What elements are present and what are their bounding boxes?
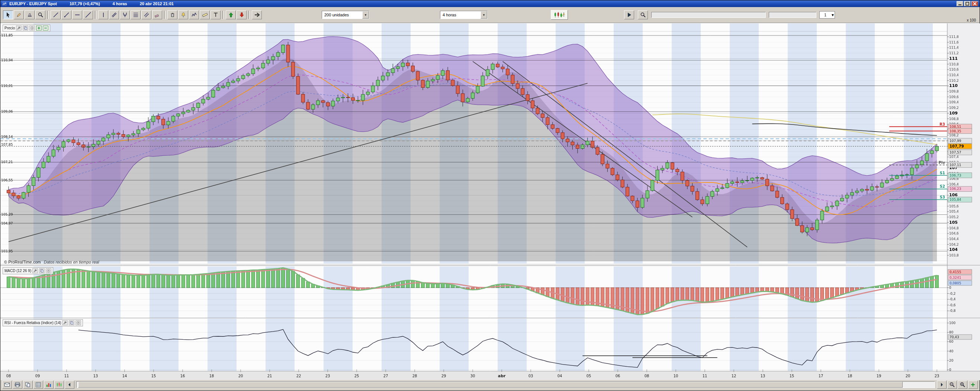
- play-icon: [626, 12, 632, 18]
- timeframe-dropdown[interactable]: 4 horas ▼: [440, 11, 488, 19]
- close-button[interactable]: [972, 1, 978, 6]
- forward-tool-button[interactable]: [252, 10, 262, 19]
- titlebar-datetime: 20 abr 2012 21:01: [140, 2, 174, 6]
- macd-duplicate-button[interactable]: [39, 269, 45, 273]
- scroll-right-button[interactable]: [937, 381, 947, 389]
- play-button[interactable]: [624, 10, 634, 19]
- chart-scrollbar[interactable]: [76, 381, 935, 388]
- arrow-down-tool-button[interactable]: [237, 10, 247, 19]
- trend-icon: [53, 12, 59, 18]
- pencil-tool-button[interactable]: [14, 10, 24, 19]
- chevron-down-icon[interactable]: ▼: [480, 11, 487, 19]
- ray-tool-button[interactable]: [61, 10, 72, 19]
- chart-style-button[interactable]: [551, 10, 568, 20]
- measure-tool-button[interactable]: [200, 10, 210, 19]
- ray-icon: [64, 12, 70, 18]
- pattern-icon: [191, 12, 197, 18]
- chevron-down-icon[interactable]: ▼: [831, 13, 835, 17]
- stamp-icon: [27, 12, 33, 18]
- magnifier-icon: [38, 12, 43, 18]
- copyright-status: Datos recibidos en tiempo real: [44, 260, 99, 264]
- price-panel-title: Precio: [5, 26, 15, 30]
- toolbar-separator: [47, 11, 49, 19]
- macd-settings-button[interactable]: [32, 269, 38, 273]
- status-grid-button[interactable]: [33, 381, 43, 389]
- scrollbar-thumb[interactable]: [78, 382, 903, 388]
- rsi-close-button[interactable]: [75, 320, 81, 325]
- eraser-tool-button[interactable]: [152, 10, 162, 19]
- zoomout-icon: [949, 382, 955, 388]
- pitchfork-tool-button[interactable]: [120, 10, 130, 19]
- page-stepper[interactable]: 1 ▼: [819, 11, 835, 19]
- copy-icon: [70, 321, 74, 325]
- units-dropdown[interactable]: 200 unidades ▼: [322, 11, 369, 19]
- arrow-down-icon: [239, 12, 245, 18]
- parallel-icon: [111, 12, 117, 18]
- tright-icon: [939, 382, 945, 388]
- vline-tool-button[interactable]: [98, 10, 108, 19]
- zoom-in-button[interactable]: [958, 381, 967, 389]
- measure-icon: [202, 12, 208, 18]
- status-pages-button[interactable]: [23, 381, 33, 389]
- toolbar: 200 unidades ▼ 4 horas ▼ 1 ▼ x: [0, 7, 980, 23]
- close-icon: [76, 321, 80, 325]
- price-settings-button[interactable]: [16, 25, 22, 30]
- maximize-button[interactable]: [964, 1, 971, 6]
- hline-icon: [75, 12, 80, 18]
- chart-workspace: Precio © ProRealTime.comDatos recibidos …: [0, 23, 980, 378]
- page-stepper-value: 1: [820, 13, 831, 17]
- text-tool-button[interactable]: [210, 10, 221, 19]
- hline-tool-button[interactable]: [72, 10, 82, 19]
- print-icon: [14, 382, 21, 388]
- status-chart-button[interactable]: [44, 381, 54, 389]
- rsi-settings-button[interactable]: [62, 320, 68, 325]
- close-icon: [30, 26, 34, 30]
- channel-tool-button[interactable]: [141, 10, 151, 19]
- magnifier-tool-button[interactable]: [35, 10, 45, 19]
- aux-input[interactable]: [769, 12, 816, 18]
- eraser-icon: [154, 12, 160, 18]
- price-duplicate-button[interactable]: [23, 25, 28, 30]
- candlestick-style-icon: [554, 11, 565, 18]
- titlebar: EURJPY - EUR/JPY Spot 107,79 (+0,47%) 4 …: [0, 0, 980, 7]
- app-window: EURJPY - EUR/JPY Spot 107,79 (+0,47%) 4 …: [0, 0, 980, 391]
- arrow-up-tool-button[interactable]: [226, 10, 236, 19]
- chart-canvas[interactable]: [0, 24, 980, 380]
- stamp-tool-button[interactable]: [25, 10, 35, 19]
- macd-close-button[interactable]: [46, 269, 51, 273]
- price-zoom-out-button[interactable]: [43, 25, 48, 30]
- toolbar-separator: [95, 11, 96, 19]
- plus-icon: [970, 382, 976, 388]
- status-print-button[interactable]: [13, 381, 22, 389]
- search-input[interactable]: [651, 12, 766, 18]
- magnifier-icon: [640, 12, 646, 18]
- chart-icon: [46, 382, 52, 388]
- rsi-duplicate-button[interactable]: [69, 320, 75, 325]
- add-view-button[interactable]: [968, 381, 978, 389]
- timeframe-dropdown-value: 4 horas: [440, 13, 480, 17]
- trend-tool-button[interactable]: [51, 10, 60, 19]
- grid-icon: [35, 382, 41, 388]
- rsi-panel-title: RSI - Fuerza Relativa (índice) (14): [5, 321, 61, 325]
- titlebar-timeframe: 4 horas: [113, 2, 127, 6]
- cursor-tool-button[interactable]: [3, 10, 13, 19]
- status-candles-button[interactable]: [54, 381, 64, 389]
- zoom-out-button[interactable]: [947, 381, 957, 389]
- minimize-button[interactable]: [956, 1, 963, 6]
- alert-tool-button[interactable]: [178, 10, 188, 19]
- price-zoom-in-button[interactable]: [36, 25, 41, 30]
- trash-tool-button[interactable]: [167, 10, 177, 19]
- extline-tool-button[interactable]: [83, 10, 93, 19]
- tleft-icon: [67, 382, 73, 388]
- toolbar-separator: [164, 11, 165, 19]
- status-mail-button[interactable]: [2, 381, 12, 389]
- forward-icon: [254, 12, 260, 18]
- price-close-button[interactable]: [29, 25, 35, 30]
- parallel-tool-button[interactable]: [109, 10, 119, 19]
- pattern-tool-button[interactable]: [189, 10, 199, 19]
- arrow-up-icon: [228, 12, 234, 18]
- chevron-down-icon[interactable]: ▼: [362, 11, 369, 19]
- fib-tool-button[interactable]: [130, 10, 141, 19]
- scroll-left-button[interactable]: [65, 381, 75, 389]
- search-button[interactable]: [638, 10, 648, 19]
